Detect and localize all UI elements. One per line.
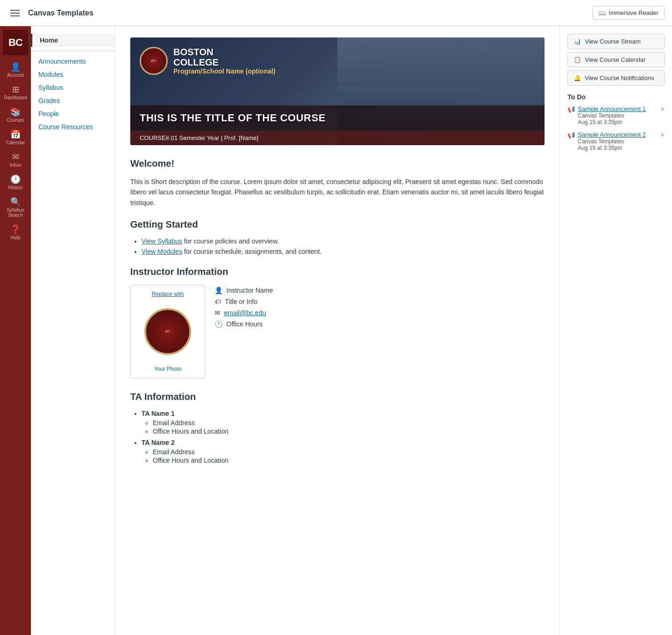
view-course-notifications-button[interactable]: 🔔 View Course Notifications — [567, 70, 665, 86]
sidebar-item-syllabus-search[interactable]: 🔍 Syllabus Search — [0, 194, 31, 222]
bc-seal-large: BC — [144, 308, 191, 355]
welcome-heading: Welcome! — [130, 158, 545, 171]
view-syllabus-link[interactable]: View Syllabus — [142, 237, 182, 245]
instructor-layout: Replace with BC Your Photo 👤 Instructor … — [130, 285, 545, 378]
instructor-email-link[interactable]: email@bc.edu — [224, 309, 266, 317]
courses-label: Courses — [7, 118, 24, 123]
hero-content: THIS IS THE TITLE OF THE COURSE COURSE#.… — [130, 105, 545, 145]
todo-date-2: Aug 15 at 3:35pm — [578, 145, 657, 151]
course-nav-modules[interactable]: Modules — [31, 68, 115, 81]
hamburger-icon[interactable] — [7, 7, 22, 19]
help-label: Help — [11, 235, 21, 240]
ta1-email: Email Address — [153, 419, 545, 427]
instructor-office-hours: Office Hours — [226, 320, 263, 328]
hero-course-info: COURSE#.01 Semester Year | Prof. [Name] — [130, 131, 545, 145]
main-layout: BC 👤 Account ⊞ Dashboard 📚 Courses 📅 Cal… — [0, 26, 672, 635]
hero-school-name-line2: COLLEGE — [173, 57, 276, 67]
immersive-reader-label: Immersive Reader — [609, 9, 658, 16]
email-icon: ✉ — [215, 309, 220, 317]
hero-course-title: THIS IS THE TITLE OF THE COURSE — [140, 112, 535, 124]
ta-list: TA Name 1 Email Address Office Hours and… — [130, 410, 545, 464]
course-nav: Home Announcements Modules Syllabus Grad… — [31, 26, 115, 635]
instructor-name: Instructor Name — [226, 287, 273, 294]
todo-title-2[interactable]: Sample Announcement 2 — [578, 131, 657, 138]
course-nav-home[interactable]: Home — [31, 34, 115, 47]
hero-school-name-block: BOSTON COLLEGE Program/School Name (opti… — [173, 47, 276, 75]
sidebar-item-courses[interactable]: 📚 Courses — [0, 104, 31, 126]
announcement-icon-1: 📢 — [567, 106, 575, 113]
view-course-calendar-button[interactable]: 📋 View Course Calendar — [567, 52, 665, 67]
topbar-left: Canvas Templates — [7, 7, 592, 19]
immersive-icon: 📖 — [598, 9, 606, 16]
calendar-btn-icon: 📋 — [574, 56, 581, 63]
instructor-info: 👤 Instructor Name 🏷 Title or Info ✉ emai… — [215, 285, 273, 328]
course-nav-syllabus[interactable]: Syllabus — [31, 81, 115, 94]
calendar-btn-label: View Course Calendar — [585, 56, 646, 63]
todo-section: To Do 📢 Sample Announcement 1 Canvas Tem… — [567, 93, 665, 151]
course-nav-grades[interactable]: Grades — [31, 94, 115, 107]
todo-title-1[interactable]: Sample Announcement 1 — [578, 105, 657, 112]
ta-heading: TA Information — [130, 391, 545, 404]
hero-logo-area: BC BOSTON COLLEGE Program/School Name (o… — [140, 47, 276, 75]
todo-content-1: Sample Announcement 1 Canvas Templates A… — [578, 105, 657, 126]
inbox-label: Inbox — [10, 162, 21, 168]
topbar: Canvas Templates 📖 Immersive Reader — [0, 0, 672, 26]
getting-started-heading: Getting Started — [130, 219, 545, 232]
list-item-modules: View Modules for course schedule, assign… — [142, 248, 545, 255]
tag-icon: 🏷 — [215, 298, 221, 305]
dashboard-label: Dashboard — [4, 95, 27, 100]
hero-banner: BC BOSTON COLLEGE Program/School Name (o… — [130, 37, 545, 145]
syllabus-search-icon: 🔍 — [10, 198, 21, 206]
sidebar-nav: BC 👤 Account ⊞ Dashboard 📚 Courses 📅 Cal… — [0, 26, 31, 635]
sidebar-item-calendar[interactable]: 📅 Calendar — [0, 126, 31, 149]
todo-close-2[interactable]: × — [661, 131, 665, 139]
sidebar-item-inbox[interactable]: ✉ Inbox — [0, 149, 31, 171]
todo-close-1[interactable]: × — [661, 105, 665, 113]
help-icon: ❓ — [10, 225, 21, 234]
instructor-heading: Instructor Information — [130, 266, 545, 279]
bc-logo: BC — [3, 30, 28, 55]
course-nav-people[interactable]: People — [31, 107, 115, 120]
todo-subtitle-1: Canvas Templates — [578, 112, 657, 119]
syllabus-search-label: Syllabus Search — [2, 207, 29, 218]
calendar-icon: 📅 — [10, 130, 21, 139]
todo-item-1: 📢 Sample Announcement 1 Canvas Templates… — [567, 105, 665, 126]
bc-seal: BC — [140, 47, 168, 75]
todo-subtitle-2: Canvas Templates — [578, 138, 657, 145]
todo-content-2: Sample Announcement 2 Canvas Templates A… — [578, 131, 657, 151]
sidebar-item-help[interactable]: ❓ Help — [0, 222, 31, 244]
calendar-nav-label: Calendar — [6, 140, 25, 145]
person-icon: 👤 — [215, 287, 223, 294]
ta-section: TA Information TA Name 1 Email Address O… — [130, 391, 545, 464]
sidebar-item-dashboard[interactable]: ⊞ Dashboard — [0, 81, 31, 104]
todo-label: To Do — [567, 93, 665, 101]
stream-icon: 📊 — [574, 38, 581, 45]
bc-seal-inner: BC — [141, 48, 166, 74]
ta-sublist-2: Email Address Office Hours and Location — [142, 448, 545, 464]
instructor-title-row: 🏷 Title or Info — [215, 298, 273, 305]
instructor-photo-box: Replace with BC Your Photo — [130, 285, 205, 378]
photo-label[interactable]: Your Photo — [154, 366, 182, 372]
courses-icon: 📚 — [10, 108, 21, 116]
ta-item-2: TA Name 2 Email Address Office Hours and… — [142, 439, 545, 464]
instructor-office-row: 🕐 Office Hours — [215, 320, 273, 328]
sidebar-item-history[interactable]: 🕐 History — [0, 171, 31, 194]
notifications-btn-label: View Course Notifications — [585, 74, 654, 81]
view-course-stream-button[interactable]: 📊 View Course Stream — [567, 34, 665, 49]
instructor-section: Instructor Information Replace with BC Y… — [130, 266, 545, 378]
course-nav-resources[interactable]: Course Resources — [31, 120, 115, 133]
instructor-name-row: 👤 Instructor Name — [215, 287, 273, 294]
getting-started-section: Getting Started View Syllabus for course… — [130, 219, 545, 255]
list-item-syllabus: View Syllabus for course policies and ov… — [142, 237, 545, 245]
view-modules-link[interactable]: View Modules — [142, 248, 182, 255]
photo-replace-text[interactable]: Replace with — [152, 291, 184, 297]
ta-name-1: TA Name 1 — [142, 410, 175, 417]
stream-btn-label: View Course Stream — [585, 38, 641, 45]
getting-started-list: View Syllabus for course policies and ov… — [130, 237, 545, 255]
course-nav-announcements[interactable]: Announcements — [31, 55, 115, 68]
sidebar-item-account[interactable]: 👤 Account — [0, 59, 31, 81]
ta1-office: Office Hours and Location — [153, 428, 545, 435]
topbar-title: Canvas Templates — [28, 9, 93, 17]
immersive-reader-button[interactable]: 📖 Immersive Reader — [592, 6, 665, 20]
instructor-title: Title or Info — [225, 298, 258, 305]
